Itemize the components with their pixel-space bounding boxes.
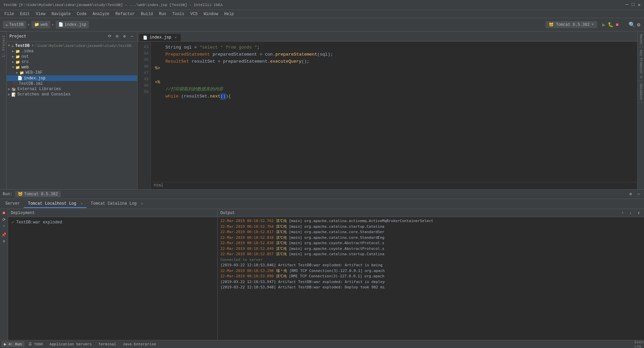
scroll-end-icon[interactable]: ↧ [636,210,641,216]
scroll-down-icon[interactable]: ↓ [628,210,633,216]
tree-item-scratches[interactable]: ▶ 📝 Scratches and Consoles [7,92,137,97]
java-enterprise-tool-tab[interactable]: Java Enterprise [120,342,159,347]
tree-item-testdb[interactable]: ▼ ☕ TestDB F:\Code\MyCode\Java\idea\java… [7,43,137,49]
log-line-artifact-3: [2019-03-22 12:18:53,948] Artifact TestD… [220,285,641,290]
project-label: Project [9,34,26,39]
close-button[interactable]: ✕ [638,2,641,8]
editor-breadcrumb: html [151,182,637,189]
log-line-1: 22-Mar-2019 00:18:52.764 淇℃伅 [main] org.… [220,224,641,230]
keypromoter-button[interactable]: Key Promoter X [638,47,643,81]
menu-item-navigate[interactable]: Navigate [49,11,73,17]
editor-tabs: 📄 index.jsp ✕ [138,31,637,42]
toolbar-indexjsp[interactable]: 📄 index.jsp [56,21,89,28]
run-tab-localhost-close[interactable]: ✕ [80,202,83,206]
todo-tool-tab-label: ☰ TODO [29,342,43,346]
run-button[interactable]: ▶ [601,22,606,27]
database-button[interactable]: Database [638,81,643,103]
toolbar: ☕ TestDB ▸ 📁 web ▸ 📄 index.jsp 🐱 Tomcat … [0,18,644,31]
deployment-section: ■ ⟳ + 📌 ≡ Deployment ✓ TestDB:war [0,209,218,340]
run-tab-server[interactable]: Server [1,200,24,208]
tree-item-indexjsp[interactable]: 📄 index.jsp [7,75,137,81]
gear-icon[interactable]: ⚙ [122,34,127,39]
editor-tab-indexjsp[interactable]: 📄 index.jsp ✕ [139,34,181,41]
run-tool-tab-label: ▶ 4: Run [4,342,22,346]
toolbar-web-label: web [41,22,48,27]
deployment-header: Deployment [8,209,217,217]
tab-close-icon[interactable]: ✕ [175,36,177,40]
scroll-icon[interactable]: ≡ [1,239,7,244]
menu-item-code[interactable]: Code [74,11,89,17]
restart-server-icon[interactable]: ■ [1,210,7,216]
maven-panel-button[interactable]: Maven [638,31,643,47]
tree-item-web[interactable]: ▼ 📁 web [7,65,137,70]
run-settings-icon[interactable]: ⚙ [628,192,633,197]
terminal-tool-tab[interactable]: Terminal [96,342,119,347]
maximize-button[interactable]: □ [632,2,634,8]
search-icon[interactable]: 🔍 [629,22,635,27]
terminal-label: Terminal [98,342,116,346]
pin-icon[interactable]: 📌 [1,232,7,237]
output-label: Output [220,211,235,215]
java-enterprise-label: Java Enterprise [123,342,156,346]
reload-icon[interactable]: ⟳ [1,217,7,222]
run-tab-catalina[interactable]: Tomcat Catalina Log ✕ [87,200,147,208]
tree-item-idea[interactable]: ▶ 📁 .idea [7,49,137,54]
project-tree: ▼ ☕ TestDB F:\Code\MyCode\Java\idea\java… [7,42,137,189]
hide-panel-icon[interactable]: ─ [129,34,135,39]
run-tab-server-label: Server [5,201,20,206]
event-log-button[interactable]: Event Log [637,342,643,347]
minimize-button[interactable]: ─ [626,2,628,8]
deployment-item-testdb[interactable]: ✓ TestDB:war exploded [9,218,216,226]
stop-button[interactable]: ■ [614,22,620,27]
todo-tool-tab[interactable]: ☰ TODO [26,341,46,347]
log-line-5: 22-Mar-2019 00:18:52.849 淇℃伅 [main] org.… [220,246,641,252]
menu-item-refactor[interactable]: Refactor [113,11,138,17]
settings-icon[interactable]: ⚙ [636,22,641,27]
sync-icon[interactable]: ⟳ [107,34,112,39]
log-line-6: 22-Mar-2019 00:18:52.857 淇℃伅 [main] org.… [220,252,641,257]
deploy-icon[interactable]: + [1,224,7,229]
right-side-strip: Maven Key Promoter X Database [637,31,644,189]
toolbar-web[interactable]: 📁 web [32,21,51,28]
project-panel-header: Project ⟳ ⊟ ⚙ ─ [7,31,137,42]
code-content[interactable]: String sql = "select * from goods "; Pre… [151,42,637,189]
run-label: Run: [3,192,12,197]
run-configuration-display[interactable]: 🐱 Tomcat 8.5.382 [15,191,61,197]
tree-item-webinf[interactable]: ▶ 📁 WEB-INF [7,70,137,75]
project-panel-button[interactable]: 1: Project [0,31,6,61]
run-control-strip: ■ ⟳ + 📌 ≡ [0,209,8,340]
breadcrumb-html: html [154,183,163,189]
run-tab-catalina-close[interactable]: ✕ [141,202,143,206]
output-panel: Output ↑ ↓ ↧ 22-Mar-2019 00:18:52.762 淇℃… [218,209,644,340]
app-servers-label: Application Servers [50,342,92,346]
deployment-label: Deployment [11,211,35,215]
menu-item-view[interactable]: View [33,11,48,17]
run-tool-tab[interactable]: ▶ 4: Run [1,341,24,347]
log-line-8: 22-Mar-2019 00:18:53.890 淇℃伅 [RMI TCP Co… [220,274,641,279]
tree-item-out[interactable]: ▶ 📁 out [7,54,137,59]
menu-item-build[interactable]: Build [138,11,156,17]
menu-item-analyze[interactable]: Analyze [90,11,112,17]
debug-button[interactable]: 🐛 [608,22,613,27]
menu-item-window[interactable]: Window [201,11,221,17]
title-bar: TestDB [F:\Code\MyCode\Java\idea\javaweb… [0,0,644,10]
toolbar-testdb[interactable]: ☕ TestDB [3,21,26,28]
menu-item-edit[interactable]: Edit [17,11,33,17]
tree-item-ext-libs[interactable]: ▶ 📚 External Libraries [7,86,137,92]
run-minimize-icon[interactable]: ─ [636,192,641,197]
menu-item-vcs[interactable]: VCS [188,11,201,17]
run-tab-localhost[interactable]: Tomcat Localhost Log ✕ [24,200,87,208]
run-configuration[interactable]: 🐱 Tomcat 8.5.382 ▼ [545,21,597,28]
collapse-icon[interactable]: ⊟ [114,34,120,39]
menu-item-help[interactable]: Help [221,11,236,17]
tree-item-src[interactable]: ▶ 📁 src [7,59,137,65]
tree-item-testiml[interactable]: ⬛ TestDB.iml [7,81,137,86]
code-line-44: PreparedStatement preparedStatement = co… [155,51,633,58]
menu-item-file[interactable]: File [2,11,17,17]
scroll-up-icon[interactable]: ↑ [620,210,625,216]
log-line-4: 22-Mar-2019 00:18:52.830 淇℃伅 [main] org.… [220,240,641,246]
output-log: 22-Mar-2019 00:18:52.762 淇℃伅 [main] org.… [218,217,644,340]
menu-item-run[interactable]: Run [156,11,169,17]
app-servers-tool-tab[interactable]: Application Servers [47,342,94,347]
menu-item-tools[interactable]: Tools [170,11,187,17]
